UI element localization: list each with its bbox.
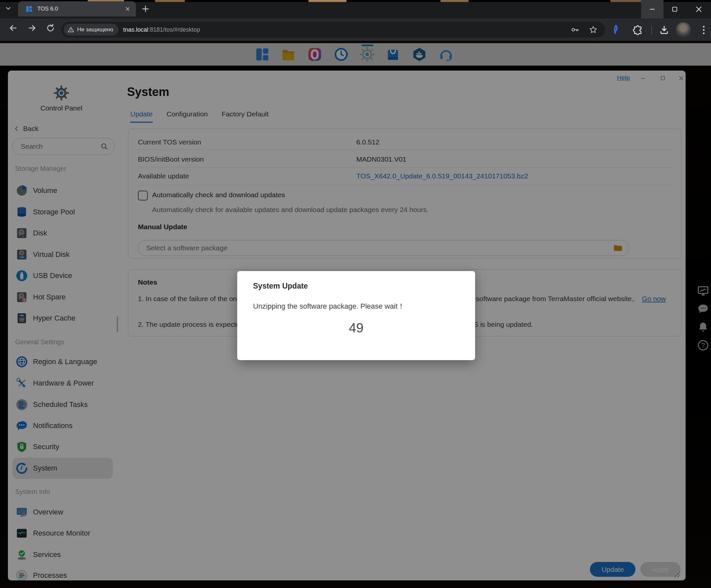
tab-title: TOS 6.0 — [37, 6, 125, 12]
security-chip[interactable]: Не защищено — [64, 24, 118, 36]
extension-ribbon-icon[interactable] — [610, 24, 622, 36]
url-path: :8181/tos/#/desktop — [148, 26, 200, 33]
extensions-puzzle-icon[interactable] — [632, 24, 643, 36]
password-key-icon[interactable] — [570, 25, 580, 35]
system-update-modal: System Update Unzipping the software pac… — [237, 271, 475, 360]
browser-profile-avatar[interactable] — [676, 22, 691, 37]
tab-search-chevron-icon[interactable] — [4, 4, 13, 13]
reload-icon[interactable] — [45, 23, 56, 33]
modal-progress-value: 49 — [237, 321, 475, 335]
tab-close-icon[interactable] — [125, 6, 131, 12]
modal-message: Unzipping the software package. Please w… — [253, 301, 405, 311]
screen: TOS 6.0 Не защищено tnas.local:8181/tos/… — [0, 0, 711, 588]
url-host: tnas.local — [123, 26, 148, 33]
forward-icon[interactable] — [27, 23, 37, 33]
back-icon[interactable] — [8, 23, 18, 33]
browser-minimize-button[interactable] — [641, 0, 664, 19]
security-label: Не защищено — [77, 26, 113, 33]
browser-menu-kebab-icon[interactable] — [699, 24, 709, 36]
browser-tab[interactable]: TOS 6.0 — [18, 1, 136, 17]
url-bar[interactable]: Не защищено tnas.local:8181/tos/#/deskto… — [61, 22, 605, 38]
warning-icon — [68, 26, 74, 33]
new-tab-icon[interactable] — [140, 3, 151, 15]
downloads-icon[interactable] — [659, 24, 670, 36]
browser-close-button[interactable] — [688, 0, 710, 19]
modal-title: System Update — [253, 282, 308, 290]
browser-maximize-button[interactable] — [664, 0, 686, 19]
tab-favicon-tos — [25, 5, 33, 13]
bookmark-star-icon[interactable] — [588, 25, 598, 34]
toolbar-divider — [651, 26, 652, 35]
